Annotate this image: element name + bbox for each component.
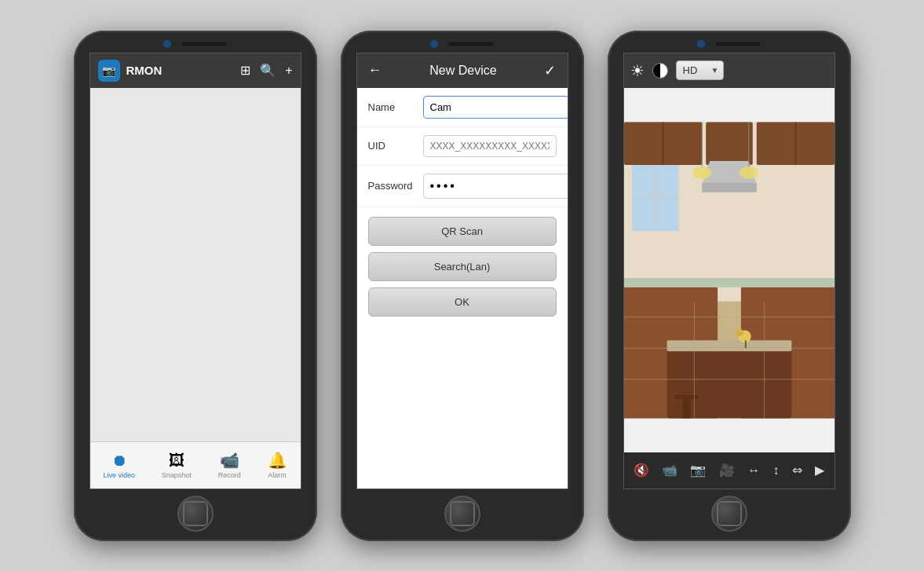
tilt-button[interactable]: ↕ — [773, 463, 780, 478]
play-button[interactable]: ▶ — [815, 463, 824, 478]
name-field-row: Name — [357, 88, 568, 127]
tab-snapshot[interactable]: 🖼 Snapshot — [162, 452, 192, 479]
contrast-icon[interactable] — [652, 63, 668, 79]
home-button[interactable] — [177, 496, 214, 532]
header-actions: ⊞ 🔍 + — [240, 63, 292, 78]
record-icon: 📹 — [220, 451, 239, 470]
name-input[interactable] — [423, 96, 568, 119]
tab-live-video[interactable]: ⏺ Live video — [103, 452, 135, 479]
camera-feed — [624, 88, 835, 452]
phone-3-screen: ☀ HD SD Auto ▼ — [623, 53, 835, 489]
home-button-inner — [183, 501, 208, 526]
live-content-area — [90, 88, 301, 441]
name-label: Name — [368, 101, 415, 113]
password-field-row: Password — [357, 166, 568, 207]
kitchen-image — [624, 88, 835, 452]
cam-header: ☀ HD SD Auto ▼ — [624, 53, 835, 88]
form-body: Name UID Password QR Scan Search(Lan) OK — [357, 88, 568, 489]
home-button-2[interactable] — [444, 496, 480, 532]
tab-snapshot-label: Snapshot — [162, 471, 192, 479]
camera-icon: 📷 — [102, 64, 115, 77]
app-logo: 📷 — [98, 60, 120, 82]
ok-button[interactable]: OK — [368, 287, 557, 317]
mute-button[interactable]: 🔇 — [634, 463, 649, 478]
svg-rect-12 — [624, 277, 835, 287]
phone-2: ← New Device ✓ Name UID Password QR Scan… — [341, 31, 584, 541]
tab-alarm-label: Alarm — [268, 471, 287, 479]
pan-button[interactable]: ↔ — [747, 463, 760, 478]
video-button[interactable]: 🎥 — [719, 463, 735, 478]
phone-1-screen: 📷 RMON ⊞ 🔍 + ⏺ Live video 🖼 Snapshot 📹 — [89, 53, 301, 489]
quality-select[interactable]: HD SD Auto — [676, 60, 724, 80]
svg-point-20 — [692, 166, 711, 178]
uid-label: UID — [368, 140, 415, 152]
phone-2-top — [341, 31, 584, 53]
back-button[interactable]: ← — [368, 62, 382, 79]
svg-rect-16 — [667, 340, 791, 351]
brightness-icon[interactable]: ☀ — [630, 61, 645, 80]
front-camera-icon — [163, 40, 171, 48]
password-input[interactable] — [423, 174, 568, 199]
app-header: 📷 RMON ⊞ 🔍 + — [90, 53, 301, 88]
alarm-icon: 🔔 — [268, 451, 287, 470]
svg-rect-30 — [744, 340, 746, 348]
phone-2-screen: ← New Device ✓ Name UID Password QR Scan… — [356, 53, 568, 489]
svg-rect-6 — [706, 122, 753, 165]
quality-wrapper: HD SD Auto ▼ — [676, 60, 724, 80]
phone-3: ☀ HD SD Auto ▼ — [608, 31, 851, 541]
snapshot-button[interactable]: 📷 — [690, 463, 706, 478]
search-lan-button[interactable]: Search(Lan) — [368, 252, 557, 281]
phone-3-top — [608, 31, 851, 53]
flip-button[interactable]: ⇔ — [792, 463, 802, 478]
cam-controls: 🔇 📹 📷 🎥 ↔ ↕ ⇔ ▶ — [624, 452, 835, 489]
home-button-2-inner — [450, 501, 475, 526]
home-button-3-inner — [717, 501, 742, 526]
bottom-tab-bar: ⏺ Live video 🖼 Snapshot 📹 Record 🔔 Alarm — [90, 441, 301, 489]
uid-field-row: UID — [357, 127, 568, 166]
grid-icon[interactable]: ⊞ — [240, 63, 250, 78]
tab-live-label: Live video — [103, 471, 135, 479]
svg-rect-11 — [702, 182, 756, 192]
home-button-3[interactable] — [711, 496, 747, 532]
snapshot-icon: 🖼 — [169, 452, 184, 470]
form-title: New Device — [429, 64, 496, 78]
record-button[interactable]: 📹 — [662, 463, 677, 478]
speaker-3-icon — [714, 41, 761, 47]
add-icon[interactable]: + — [285, 64, 292, 78]
svg-rect-18 — [682, 398, 690, 418]
password-label: Password — [368, 180, 415, 192]
front-camera-2-icon — [430, 40, 438, 48]
svg-point-29 — [735, 328, 743, 336]
uid-input[interactable] — [423, 135, 557, 157]
speaker-icon — [181, 41, 228, 47]
phone-1: 📷 RMON ⊞ 🔍 + ⏺ Live video 🖼 Snapshot 📹 — [74, 31, 317, 541]
search-icon[interactable]: 🔍 — [260, 63, 276, 78]
speaker-2-icon — [447, 41, 495, 47]
svg-point-22 — [739, 166, 758, 178]
qr-scan-button[interactable]: QR Scan — [368, 217, 557, 246]
tab-record[interactable]: 📹 Record — [218, 451, 241, 479]
app-title: RMON — [126, 64, 235, 77]
live-video-icon: ⏺ — [111, 452, 127, 470]
form-header: ← New Device ✓ — [357, 53, 568, 88]
tab-record-label: Record — [218, 471, 241, 479]
form-action-buttons: QR Scan Search(Lan) OK — [357, 207, 568, 489]
phone-1-top — [74, 31, 317, 53]
front-camera-3-icon — [697, 40, 705, 48]
confirm-button[interactable]: ✓ — [544, 62, 556, 79]
tab-alarm[interactable]: 🔔 Alarm — [268, 451, 287, 479]
